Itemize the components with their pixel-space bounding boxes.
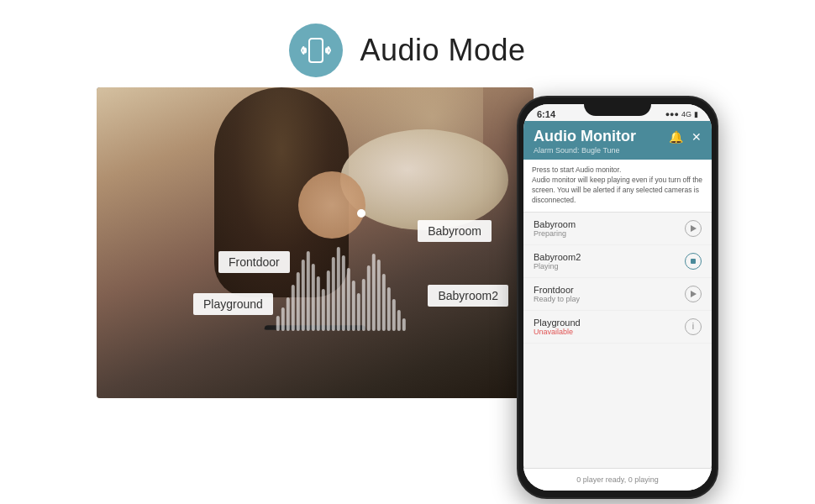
playground-label: Playground: [193, 293, 273, 315]
signal-icon: ●●●: [665, 110, 679, 118]
camera-play-3[interactable]: [685, 286, 702, 302]
status-icons: ●●● 4G ▮: [665, 110, 698, 118]
bottom-text-section: Need a moment away from your baby? Hear …: [0, 499, 815, 504]
camera-item-babyroom[interactable]: Babyroom Preparing: [523, 213, 712, 245]
app-header-icons: 🔔 ✕: [669, 130, 702, 144]
network-icon: 4G: [681, 110, 691, 118]
person-face: [298, 171, 365, 239]
babyroom2-label: Babyroom2: [428, 285, 508, 307]
camera-status-2: Playing: [534, 262, 581, 270]
camera-status-1: Preparing: [534, 229, 576, 238]
camera-item-babyroom2[interactable]: Babyroom2 Playing: [523, 245, 712, 278]
alarm-sound-label: Alarm Sound: Bugle Tune: [534, 146, 702, 155]
header-section: Audio Mode: [0, 0, 815, 77]
status-time: 6:14: [537, 109, 555, 119]
app-header: Audio Monitor 🔔 ✕ Alarm Sound: Bugle Tun…: [523, 121, 712, 160]
main-content: Frontdoor Babyroom Playground Babyroom2 …: [0, 87, 815, 499]
phone-screen: 6:14 ●●● 4G ▮ Audio Monitor 🔔 ✕: [523, 104, 712, 491]
audio-mode-icon: [289, 24, 343, 77]
svg-rect-0: [309, 39, 323, 62]
camera-info-4[interactable]: i: [685, 318, 702, 335]
battery-icon: ▮: [694, 110, 698, 118]
babyroom-label: Babyroom: [418, 220, 492, 242]
phone-notch: [584, 97, 651, 116]
earphone: [357, 209, 365, 218]
camera-name-2: Babyroom2: [534, 252, 581, 262]
page-title: Audio Mode: [360, 33, 525, 68]
camera-status-3: Ready to play: [534, 295, 580, 303]
camera-status-4: Unavailable: [534, 328, 581, 336]
pillow: [340, 129, 508, 230]
camera-list: Babyroom Preparing Babyroom2 Playing: [523, 213, 712, 468]
photo-section: Frontdoor Babyroom Playground Babyroom2: [97, 87, 534, 398]
close-icon[interactable]: ✕: [691, 130, 702, 144]
camera-name-3: Frontdoor: [534, 285, 580, 295]
app-description: Press to start Audio monitor.Audio monit…: [523, 160, 712, 213]
camera-name-1: Babyroom: [534, 219, 576, 229]
phone-mockup: 6:14 ●●● 4G ▮ Audio Monitor 🔔 ✕: [517, 96, 718, 499]
frontdoor-label: Frontdoor: [218, 251, 290, 273]
camera-name-4: Playground: [534, 318, 581, 328]
app-footer: 0 player ready, 0 playing: [523, 468, 712, 491]
app-title: Audio Monitor: [534, 128, 636, 145]
audio-waves: [276, 247, 406, 331]
camera-play-1[interactable]: [685, 220, 702, 237]
camera-item-frontdoor[interactable]: Frontdoor Ready to play: [523, 278, 712, 311]
bell-icon[interactable]: 🔔: [669, 130, 683, 144]
camera-stop-2[interactable]: [685, 253, 702, 270]
player-status: 0 player ready, 0 playing: [576, 475, 658, 484]
camera-item-playground[interactable]: Playground Unavailable i: [523, 311, 712, 344]
